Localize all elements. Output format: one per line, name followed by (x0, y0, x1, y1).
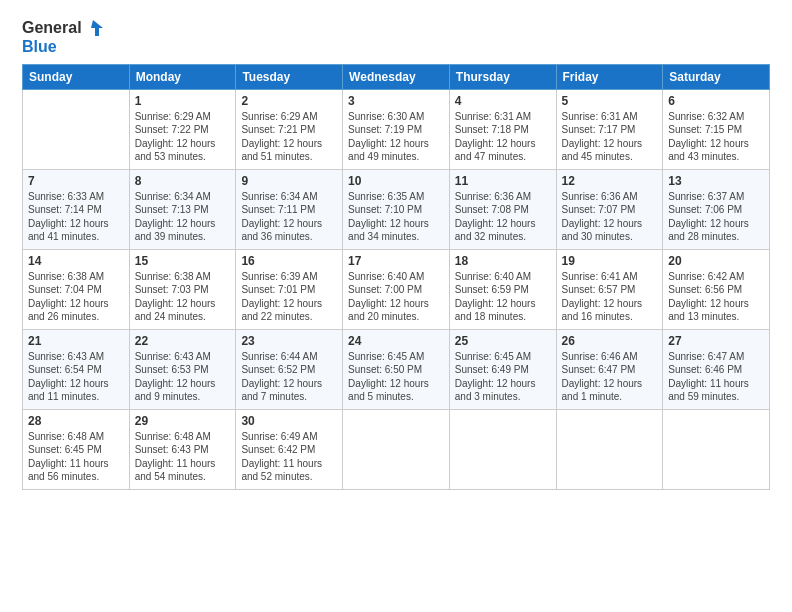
col-header-tuesday: Tuesday (236, 64, 343, 89)
day-number: 7 (28, 174, 124, 188)
col-header-thursday: Thursday (449, 64, 556, 89)
cell-detail: Sunrise: 6:45 AM Sunset: 6:50 PM Dayligh… (348, 350, 444, 404)
calendar-cell: 8Sunrise: 6:34 AM Sunset: 7:13 PM Daylig… (129, 169, 236, 249)
calendar-cell: 19Sunrise: 6:41 AM Sunset: 6:57 PM Dayli… (556, 249, 663, 329)
cell-detail: Sunrise: 6:29 AM Sunset: 7:21 PM Dayligh… (241, 110, 337, 164)
calendar-cell: 28Sunrise: 6:48 AM Sunset: 6:45 PM Dayli… (23, 409, 130, 489)
day-number: 15 (135, 254, 231, 268)
day-number: 17 (348, 254, 444, 268)
calendar-cell: 13Sunrise: 6:37 AM Sunset: 7:06 PM Dayli… (663, 169, 770, 249)
calendar-cell: 21Sunrise: 6:43 AM Sunset: 6:54 PM Dayli… (23, 329, 130, 409)
calendar-cell: 27Sunrise: 6:47 AM Sunset: 6:46 PM Dayli… (663, 329, 770, 409)
cell-detail: Sunrise: 6:43 AM Sunset: 6:53 PM Dayligh… (135, 350, 231, 404)
col-header-friday: Friday (556, 64, 663, 89)
calendar-cell: 30Sunrise: 6:49 AM Sunset: 6:42 PM Dayli… (236, 409, 343, 489)
cell-detail: Sunrise: 6:33 AM Sunset: 7:14 PM Dayligh… (28, 190, 124, 244)
day-number: 28 (28, 414, 124, 428)
calendar-cell: 9Sunrise: 6:34 AM Sunset: 7:11 PM Daylig… (236, 169, 343, 249)
cell-detail: Sunrise: 6:35 AM Sunset: 7:10 PM Dayligh… (348, 190, 444, 244)
cell-detail: Sunrise: 6:40 AM Sunset: 6:59 PM Dayligh… (455, 270, 551, 324)
cell-detail: Sunrise: 6:30 AM Sunset: 7:19 PM Dayligh… (348, 110, 444, 164)
cell-detail: Sunrise: 6:29 AM Sunset: 7:22 PM Dayligh… (135, 110, 231, 164)
calendar-cell: 16Sunrise: 6:39 AM Sunset: 7:01 PM Dayli… (236, 249, 343, 329)
day-number: 16 (241, 254, 337, 268)
calendar-cell: 4Sunrise: 6:31 AM Sunset: 7:18 PM Daylig… (449, 89, 556, 169)
day-number: 19 (562, 254, 658, 268)
cell-detail: Sunrise: 6:48 AM Sunset: 6:45 PM Dayligh… (28, 430, 124, 484)
cell-detail: Sunrise: 6:39 AM Sunset: 7:01 PM Dayligh… (241, 270, 337, 324)
day-number: 10 (348, 174, 444, 188)
day-number: 23 (241, 334, 337, 348)
svg-marker-0 (91, 20, 103, 36)
calendar-cell: 20Sunrise: 6:42 AM Sunset: 6:56 PM Dayli… (663, 249, 770, 329)
calendar-cell: 6Sunrise: 6:32 AM Sunset: 7:15 PM Daylig… (663, 89, 770, 169)
day-number: 6 (668, 94, 764, 108)
day-number: 9 (241, 174, 337, 188)
calendar-cell: 1Sunrise: 6:29 AM Sunset: 7:22 PM Daylig… (129, 89, 236, 169)
day-number: 3 (348, 94, 444, 108)
cell-detail: Sunrise: 6:31 AM Sunset: 7:17 PM Dayligh… (562, 110, 658, 164)
day-number: 24 (348, 334, 444, 348)
calendar-cell: 22Sunrise: 6:43 AM Sunset: 6:53 PM Dayli… (129, 329, 236, 409)
cell-detail: Sunrise: 6:45 AM Sunset: 6:49 PM Dayligh… (455, 350, 551, 404)
calendar-cell: 17Sunrise: 6:40 AM Sunset: 7:00 PM Dayli… (343, 249, 450, 329)
calendar-cell: 14Sunrise: 6:38 AM Sunset: 7:04 PM Dayli… (23, 249, 130, 329)
cell-detail: Sunrise: 6:36 AM Sunset: 7:07 PM Dayligh… (562, 190, 658, 244)
cell-detail: Sunrise: 6:49 AM Sunset: 6:42 PM Dayligh… (241, 430, 337, 484)
cell-detail: Sunrise: 6:31 AM Sunset: 7:18 PM Dayligh… (455, 110, 551, 164)
calendar-cell: 11Sunrise: 6:36 AM Sunset: 7:08 PM Dayli… (449, 169, 556, 249)
week-row-2: 7Sunrise: 6:33 AM Sunset: 7:14 PM Daylig… (23, 169, 770, 249)
day-number: 26 (562, 334, 658, 348)
page: General Blue SundayMondayTuesdayWednesda… (0, 0, 792, 612)
calendar-cell (449, 409, 556, 489)
week-row-1: 1Sunrise: 6:29 AM Sunset: 7:22 PM Daylig… (23, 89, 770, 169)
logo-arrow-icon (85, 18, 105, 38)
cell-detail: Sunrise: 6:42 AM Sunset: 6:56 PM Dayligh… (668, 270, 764, 324)
cell-detail: Sunrise: 6:36 AM Sunset: 7:08 PM Dayligh… (455, 190, 551, 244)
calendar-cell: 5Sunrise: 6:31 AM Sunset: 7:17 PM Daylig… (556, 89, 663, 169)
cell-detail: Sunrise: 6:43 AM Sunset: 6:54 PM Dayligh… (28, 350, 124, 404)
calendar-cell (23, 89, 130, 169)
day-number: 12 (562, 174, 658, 188)
day-number: 1 (135, 94, 231, 108)
calendar-cell: 12Sunrise: 6:36 AM Sunset: 7:07 PM Dayli… (556, 169, 663, 249)
calendar-cell: 29Sunrise: 6:48 AM Sunset: 6:43 PM Dayli… (129, 409, 236, 489)
day-number: 27 (668, 334, 764, 348)
day-number: 11 (455, 174, 551, 188)
week-row-3: 14Sunrise: 6:38 AM Sunset: 7:04 PM Dayli… (23, 249, 770, 329)
cell-detail: Sunrise: 6:34 AM Sunset: 7:11 PM Dayligh… (241, 190, 337, 244)
header: General Blue (22, 18, 770, 56)
calendar-cell (663, 409, 770, 489)
day-number: 5 (562, 94, 658, 108)
day-number: 21 (28, 334, 124, 348)
day-number: 25 (455, 334, 551, 348)
day-number: 2 (241, 94, 337, 108)
day-number: 22 (135, 334, 231, 348)
calendar-cell: 7Sunrise: 6:33 AM Sunset: 7:14 PM Daylig… (23, 169, 130, 249)
day-number: 20 (668, 254, 764, 268)
calendar-table: SundayMondayTuesdayWednesdayThursdayFrid… (22, 64, 770, 490)
day-number: 29 (135, 414, 231, 428)
day-number: 8 (135, 174, 231, 188)
cell-detail: Sunrise: 6:34 AM Sunset: 7:13 PM Dayligh… (135, 190, 231, 244)
calendar-header: SundayMondayTuesdayWednesdayThursdayFrid… (23, 64, 770, 89)
day-number: 4 (455, 94, 551, 108)
cell-detail: Sunrise: 6:32 AM Sunset: 7:15 PM Dayligh… (668, 110, 764, 164)
calendar-cell: 2Sunrise: 6:29 AM Sunset: 7:21 PM Daylig… (236, 89, 343, 169)
calendar-body: 1Sunrise: 6:29 AM Sunset: 7:22 PM Daylig… (23, 89, 770, 489)
cell-detail: Sunrise: 6:46 AM Sunset: 6:47 PM Dayligh… (562, 350, 658, 404)
calendar-cell (343, 409, 450, 489)
week-row-5: 28Sunrise: 6:48 AM Sunset: 6:45 PM Dayli… (23, 409, 770, 489)
cell-detail: Sunrise: 6:48 AM Sunset: 6:43 PM Dayligh… (135, 430, 231, 484)
cell-detail: Sunrise: 6:40 AM Sunset: 7:00 PM Dayligh… (348, 270, 444, 324)
calendar-cell: 15Sunrise: 6:38 AM Sunset: 7:03 PM Dayli… (129, 249, 236, 329)
col-header-sunday: Sunday (23, 64, 130, 89)
cell-detail: Sunrise: 6:38 AM Sunset: 7:04 PM Dayligh… (28, 270, 124, 324)
header-row: SundayMondayTuesdayWednesdayThursdayFrid… (23, 64, 770, 89)
calendar-cell: 3Sunrise: 6:30 AM Sunset: 7:19 PM Daylig… (343, 89, 450, 169)
day-number: 30 (241, 414, 337, 428)
calendar-cell: 24Sunrise: 6:45 AM Sunset: 6:50 PM Dayli… (343, 329, 450, 409)
cell-detail: Sunrise: 6:47 AM Sunset: 6:46 PM Dayligh… (668, 350, 764, 404)
cell-detail: Sunrise: 6:44 AM Sunset: 6:52 PM Dayligh… (241, 350, 337, 404)
calendar-cell: 18Sunrise: 6:40 AM Sunset: 6:59 PM Dayli… (449, 249, 556, 329)
